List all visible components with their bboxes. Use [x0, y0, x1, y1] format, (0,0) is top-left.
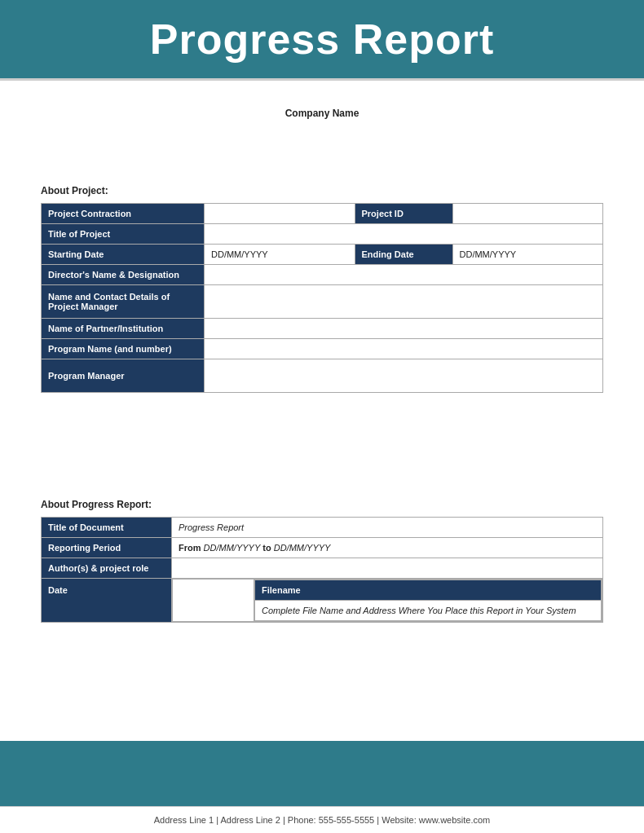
company-name-section: Company Name	[41, 105, 603, 120]
filename-container: Filename Complete File Name and Address …	[254, 580, 602, 622]
title-of-project-label: Title of Project	[42, 224, 205, 245]
authors-label: Author(s) & project role	[42, 558, 172, 579]
program-name-label: Program Name (and number)	[42, 339, 205, 359]
page-title: Progress Report	[24, 15, 620, 64]
program-manager-label: Program Manager	[42, 359, 205, 393]
project-table: Project Contraction Project ID Title of …	[41, 203, 603, 393]
table-row: Author(s) & project role	[42, 558, 603, 579]
program-name-value	[205, 339, 603, 359]
date-inner-value	[173, 580, 254, 622]
header-banner: Progress Report	[0, 0, 644, 78]
table-row: Project Contraction Project ID	[42, 204, 603, 224]
table-row: Program Manager	[42, 359, 603, 393]
main-content: Company Name About Project: Project Cont…	[0, 81, 644, 741]
inner-row: Filename Complete File Name and Address …	[173, 580, 602, 622]
project-id-label: Project ID	[355, 204, 452, 224]
report-table: Title of Document Progress Report Report…	[41, 517, 603, 623]
starting-date-label: Starting Date	[42, 245, 205, 265]
director-name-label: Director's Name & Designation	[42, 265, 205, 285]
ending-date-value: DD/MM/YYYY	[452, 245, 603, 265]
filename-value-row: Complete File Name and Address Where You…	[255, 601, 602, 621]
about-project-label: About Project:	[41, 185, 603, 196]
table-row: Name of Partner/Institution	[42, 319, 603, 339]
table-row: Director's Name & Designation	[42, 265, 603, 285]
contact-details-value	[205, 285, 603, 319]
program-manager-value	[205, 359, 603, 393]
filename-label: Filename	[255, 580, 602, 601]
reporting-period-value: From DD/MM/YYYY to DD/MM/YYYY	[172, 538, 603, 558]
date-filename-cell: Filename Complete File Name and Address …	[172, 579, 603, 623]
authors-value	[172, 558, 603, 579]
title-of-project-value	[205, 224, 603, 245]
filename-table: Filename Complete File Name and Address …	[254, 580, 602, 621]
table-row: Program Name (and number)	[42, 339, 603, 359]
company-name-label: Company Name	[285, 108, 359, 119]
partner-name-label: Name of Partner/Institution	[42, 319, 205, 339]
project-contraction-value	[205, 204, 355, 224]
doc-title-label: Title of Document	[42, 518, 172, 538]
about-report-label: About Progress Report:	[41, 499, 603, 510]
table-row: Name and Contact Details of Project Mana…	[42, 285, 603, 319]
contact-details-label: Name and Contact Details of Project Mana…	[42, 285, 205, 319]
doc-title-text: Progress Report	[179, 522, 244, 532]
doc-title-value: Progress Report	[172, 518, 603, 538]
spacer2	[41, 161, 603, 177]
reporting-period-text: From DD/MM/YYYY to DD/MM/YYYY	[179, 543, 330, 553]
footer-bottom: Address Line 1 | Address Line 2 | Phone:…	[0, 806, 644, 833]
ending-date-label: Ending Date	[355, 245, 452, 265]
project-id-value	[452, 204, 603, 224]
director-name-value	[205, 265, 603, 285]
date-label: Date	[42, 579, 172, 623]
filename-header-row: Filename	[255, 580, 602, 601]
table-row: Date Filename Complete	[42, 579, 603, 623]
spacer1	[41, 144, 603, 161]
reporting-period-label: Reporting Period	[42, 538, 172, 558]
footer-teal-block	[0, 741, 644, 806]
project-contraction-label: Project Contraction	[42, 204, 205, 224]
partner-name-value	[205, 319, 603, 339]
table-row: Starting Date DD/MM/YYYY Ending Date DD/…	[42, 245, 603, 265]
filename-value: Complete File Name and Address Where You…	[255, 601, 602, 621]
footer-address: Address Line 1 | Address Line 2 | Phone:…	[154, 815, 491, 825]
table-row: Title of Project	[42, 224, 603, 245]
starting-date-value: DD/MM/YYYY	[205, 245, 355, 265]
table-row: Reporting Period From DD/MM/YYYY to DD/M…	[42, 538, 603, 558]
table-row: Title of Document Progress Report	[42, 518, 603, 538]
spacer3	[41, 425, 603, 491]
inner-table: Filename Complete File Name and Address …	[172, 579, 602, 622]
